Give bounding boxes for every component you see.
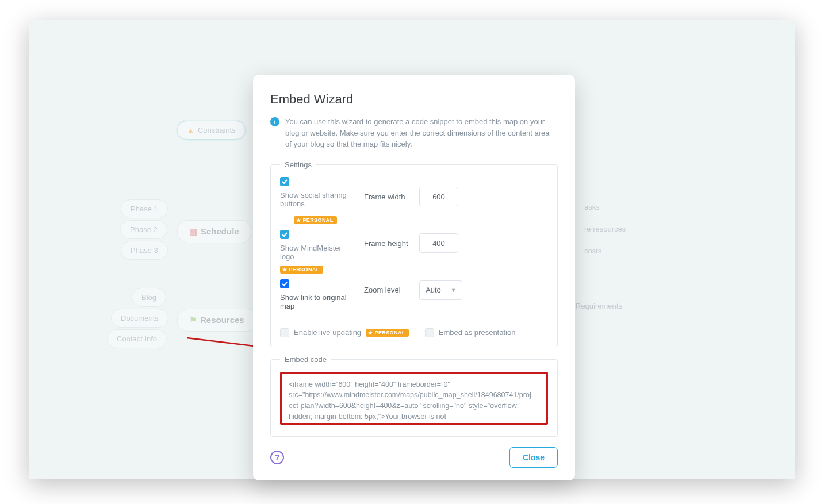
personal-badge: ★PERSONAL [280,266,323,274]
node-requirements: Requirements [566,297,631,315]
chevron-down-icon: ▼ [451,287,456,293]
info-row: i You can use this wizard to generate a … [270,116,558,150]
node-tasks: asks [575,198,609,216]
check-label-live: Enable live updating [294,328,361,337]
node-label: Resources [200,315,244,325]
close-button[interactable]: Close [509,447,558,468]
help-icon[interactable]: ? [270,451,284,464]
checkbox-link[interactable] [280,279,289,288]
personal-badge: ★PERSONAL [366,329,409,337]
info-icon: i [270,117,279,126]
check-label-logo: Show MindMeister logo [280,244,355,261]
check-label-link: Show link to original map [280,293,355,310]
star-icon: ★ [282,267,287,272]
personal-badge: ★PERSONAL [294,216,337,224]
modal-title: Embed Wizard [270,92,558,107]
node-blog: Blog [132,288,166,307]
frame-height-label: Frame height [364,239,410,248]
warning-icon: ▲ [187,126,194,134]
zoom-level-label: Zoom level [364,286,410,294]
node-contact: Contact Info [107,329,167,348]
flag-icon: ⚑ [189,315,197,325]
node-resources: ⚑Resources [177,309,256,332]
check-label-social: Show social sharing buttons [280,191,355,208]
settings-legend: Settings [280,160,316,169]
app-frame: ▲Constraints ▦Schedule ⚑Resources Phase … [29,20,795,479]
zoom-level-value: Auto [426,286,441,294]
node-costs: costs [575,242,611,260]
star-icon: ★ [368,330,373,336]
checkbox-social[interactable] [280,177,289,186]
node-phase2: Phase 2 [120,220,167,239]
node-phase3: Phase 3 [121,241,168,260]
info-text: You can use this wizard to generate a co… [285,116,558,150]
node-phase1: Phase 1 [121,199,168,218]
checkbox-logo[interactable] [280,230,289,239]
embed-code-textarea[interactable] [280,372,548,425]
embed-code-legend: Embed code [280,355,331,364]
node-constraints: ▲Constraints [177,121,246,140]
star-icon: ★ [296,217,301,223]
settings-fieldset: Settings Frame width Show social sharing… [270,160,558,347]
zoom-level-select[interactable]: Auto ▼ [419,280,462,300]
embed-wizard-modal: Embed Wizard i You can use this wizard t… [253,75,575,480]
frame-width-label: Frame width [364,193,410,201]
node-label: Constraints [198,126,236,134]
checkbox-presentation[interactable] [425,328,434,337]
node-label: Schedule [201,226,239,236]
frame-width-input[interactable] [419,187,458,206]
node-documents: Documents [111,309,168,328]
node-resources-right: re resources [575,220,635,238]
calendar-icon: ▦ [189,226,197,236]
frame-height-input[interactable] [419,233,458,253]
checkbox-live[interactable] [280,328,289,337]
embed-code-fieldset: Embed code [270,355,558,437]
node-schedule: ▦Schedule [177,220,251,243]
check-label-presentation: Embed as presentation [439,328,516,337]
